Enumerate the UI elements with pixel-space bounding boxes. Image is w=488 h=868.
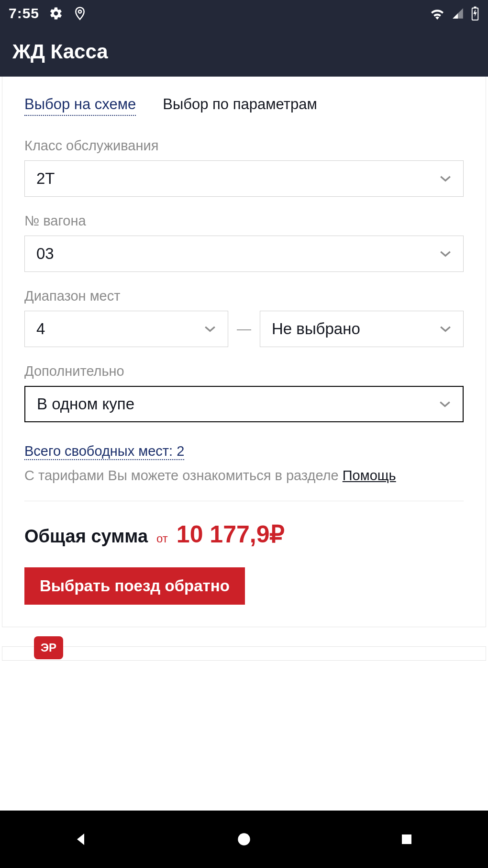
select-service-class[interactable]: 2Т xyxy=(24,160,464,197)
selection-tabs: Выбор на схеме Выбор по параметрам xyxy=(24,96,464,116)
divider xyxy=(24,501,464,501)
svg-point-3 xyxy=(238,833,250,845)
content-area: Выбор на схеме Выбор по параметрам Класс… xyxy=(0,77,488,811)
svg-rect-4 xyxy=(402,834,411,844)
free-seats-link[interactable]: Всего свободных мест: 2 xyxy=(24,443,184,460)
field-service-class: Класс обслуживания 2Т xyxy=(24,138,464,197)
select-seat-to-value: Не выбрано xyxy=(272,320,360,338)
gear-icon xyxy=(49,6,63,21)
label-seat-range: Диапазон мест xyxy=(24,288,464,304)
svg-rect-2 xyxy=(474,7,477,8)
status-time: 7:55 xyxy=(9,5,39,22)
er-badge: ЭР xyxy=(34,636,63,659)
battery-icon xyxy=(471,6,479,21)
chevron-down-icon xyxy=(439,325,452,333)
nav-home-button[interactable] xyxy=(215,820,273,858)
nav-recent-button[interactable] xyxy=(378,820,435,858)
app-title: ЖД Касса xyxy=(12,40,108,63)
select-seat-to[interactable]: Не выбрано xyxy=(260,311,464,347)
select-extra-value: В одном купе xyxy=(37,395,134,413)
label-wagon-number: № вагона xyxy=(24,213,464,229)
select-seat-from-value: 4 xyxy=(36,320,45,338)
field-extra: Дополнительно В одном купе xyxy=(24,363,464,422)
selection-card: Выбор на схеме Выбор по параметрам Класс… xyxy=(2,77,486,627)
nav-back-button[interactable] xyxy=(53,820,110,858)
android-navbar xyxy=(0,811,488,868)
svg-point-0 xyxy=(78,10,81,13)
total-row: Общая сумма от 10 177,9₽ xyxy=(24,520,464,548)
field-wagon-number: № вагона 03 xyxy=(24,213,464,272)
total-amount: 10 177,9₽ xyxy=(177,520,285,548)
help-link[interactable]: Помощь xyxy=(343,468,396,483)
tariff-note: С тарифами Вы можете ознакомиться в разд… xyxy=(24,468,464,484)
status-bar: 7:55 xyxy=(0,0,488,27)
tariff-note-text: С тарифами Вы можете ознакомиться в разд… xyxy=(24,468,343,483)
total-label: Общая сумма xyxy=(24,526,148,547)
location-icon xyxy=(73,6,87,21)
select-service-class-value: 2Т xyxy=(36,169,55,188)
app-titlebar: ЖД Касса xyxy=(0,27,488,77)
wifi-icon xyxy=(430,7,445,20)
select-wagon-number-value: 03 xyxy=(36,245,54,263)
next-card: ЭР xyxy=(2,646,486,661)
select-wagon-number[interactable]: 03 xyxy=(24,236,464,272)
status-left: 7:55 xyxy=(9,5,87,22)
label-service-class: Класс обслуживания xyxy=(24,138,464,154)
total-from: от xyxy=(156,532,168,545)
select-return-train-button[interactable]: Выбрать поезд обратно xyxy=(24,567,245,605)
field-seat-range: Диапазон мест 4 — Не выбрано xyxy=(24,288,464,347)
seat-range-row: 4 — Не выбрано xyxy=(24,311,464,347)
status-right xyxy=(430,6,479,21)
tab-scheme[interactable]: Выбор на схеме xyxy=(24,96,136,116)
select-seat-from[interactable]: 4 xyxy=(24,311,228,347)
chevron-down-icon xyxy=(439,175,452,182)
tab-params[interactable]: Выбор по параметрам xyxy=(163,96,317,116)
phone-frame: 7:55 ЖД Касса Выбор на сх xyxy=(0,0,488,868)
chevron-down-icon xyxy=(439,250,452,258)
chevron-down-icon xyxy=(204,325,216,333)
chevron-down-icon xyxy=(439,400,451,408)
select-extra[interactable]: В одном купе xyxy=(24,386,464,422)
cell-icon xyxy=(452,7,464,20)
range-dash: — xyxy=(237,321,251,337)
label-extra: Дополнительно xyxy=(24,363,464,379)
